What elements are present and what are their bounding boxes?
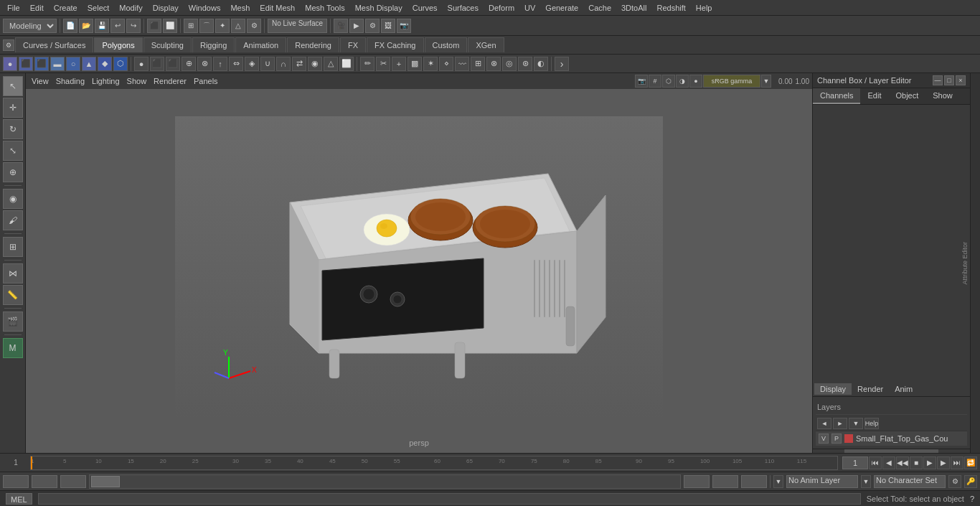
menu-select[interactable]: Select [83,2,114,14]
renderer-menu[interactable]: Renderer [151,77,189,85]
measure-tool[interactable]: 📏 [3,285,23,305]
shading-toggle[interactable]: ◑ [676,75,689,88]
plane-icon[interactable]: ▬ [50,57,65,71]
range-start-input[interactable]: 1 [3,475,29,488]
boolean-union-icon[interactable]: ∪ [260,57,275,71]
smooth-toggle[interactable]: ● [689,75,702,88]
shading-menu[interactable]: Shading [53,77,88,85]
scale-tool[interactable]: ⤡ [3,141,23,161]
tab-settings-icon[interactable]: ⚙ [3,39,14,51]
render-seq-icon[interactable]: ▶ [349,19,364,33]
tab-xgen[interactable]: XGen [468,37,504,52]
char-set-select[interactable]: No Character Set [874,475,946,488]
show-menu[interactable]: Show [124,77,150,85]
tab-polygons[interactable]: Polygons [94,37,142,52]
new-scene-icon[interactable]: 📄 [63,19,77,33]
snap-grid-icon[interactable]: ⊞ [184,19,198,33]
cube-icon[interactable]: ⬛ [19,57,33,71]
render-preview[interactable]: 🎬 [3,311,23,332]
grid-toggle[interactable]: # [649,75,661,88]
wireframe-toggle[interactable]: ⬡ [662,75,675,88]
subdiv-cyl-icon[interactable]: ⬛ [166,57,180,71]
tab-fx-caching[interactable]: FX Caching [367,37,423,52]
cb-maximize[interactable]: □ [944,75,954,85]
next-frame[interactable]: ▶ [937,456,950,469]
universal-manip[interactable]: ⊕ [3,162,23,182]
prism-icon[interactable]: ⬡ [113,57,128,71]
select-icon[interactable]: ⬛ [147,19,161,33]
open-icon[interactable]: 📂 [79,19,93,33]
tab-custom[interactable]: Custom [425,37,468,52]
cone-icon[interactable]: ▲ [82,57,96,71]
layer-visible[interactable]: V [819,434,829,444]
loop-btn[interactable]: 🔁 [964,456,977,469]
menu-deform[interactable]: Deform [484,2,519,14]
anim-layer-select[interactable]: No Anim Layer [786,475,858,488]
char-set-dropdown-arrow[interactable]: ▼ [861,475,871,488]
tab-curves-surfaces[interactable]: Curves / Surfaces [15,37,93,52]
tab-sculpting[interactable]: Sculpting [143,37,192,52]
extrude-icon[interactable]: ↑ [213,57,227,71]
undo-icon[interactable]: ↩ [110,19,125,33]
snap-together[interactable]: ⋈ [3,263,23,284]
sphere-icon[interactable]: ● [3,57,17,71]
panels-menu[interactable]: Panels [191,77,221,85]
separate-icon[interactable]: ⊗ [197,57,212,71]
menu-file[interactable]: File [3,2,24,14]
tab-rigging[interactable]: Rigging [192,37,235,52]
snap-point-icon[interactable]: ✦ [215,19,230,33]
lattice-icon[interactable]: ⊞ [471,57,485,71]
stop[interactable]: ■ [910,456,923,469]
tab-rendering[interactable]: Rendering [287,37,339,52]
bc-anim-btn[interactable]: 🔑 [964,475,977,488]
layer-arrow-right[interactable]: ► [833,418,847,429]
current-frame-input[interactable]: 1 [842,456,868,469]
render-view-icon[interactable]: 📷 [397,19,411,33]
channels-tab[interactable]: Channels [813,88,860,104]
menu-mesh-tools[interactable]: Mesh Tools [301,2,349,14]
boolean-diff-icon[interactable]: ∩ [276,57,291,71]
bc-settings-btn[interactable]: ⚙ [948,475,961,488]
shrinkwrap-icon[interactable]: ◎ [502,57,517,71]
tab-fx[interactable]: FX [340,37,366,52]
poke-icon[interactable]: ✶ [423,57,438,71]
view-menu[interactable]: View [29,77,52,85]
bevel-icon[interactable]: ◈ [245,57,259,71]
cut-icon[interactable]: ✂ [376,57,390,71]
anim-layer-dropdown-arrow[interactable]: ▼ [773,475,783,488]
menu-edit[interactable]: Edit [26,2,48,14]
render-settings-icon[interactable]: ⚙ [365,19,380,33]
tab-animation[interactable]: Animation [235,37,286,52]
menu-generate[interactable]: Generate [541,2,583,14]
field3-input[interactable]: 1 [60,475,86,488]
save-icon[interactable]: 💾 [95,19,109,33]
menu-surfaces[interactable]: Surfaces [443,2,483,14]
lighting-menu[interactable]: Lighting [89,77,123,85]
paint-icon[interactable]: ✏ [360,57,374,71]
quad-icon[interactable]: ⬜ [339,57,354,71]
cb-minimize[interactable]: — [933,75,943,85]
menu-mesh[interactable]: Mesh [226,2,254,14]
lasso-icon[interactable]: ⬜ [163,19,177,33]
fill-icon[interactable]: ▩ [407,57,422,71]
layer-arrow-down[interactable]: ▼ [849,418,863,429]
menu-edit-mesh[interactable]: Edit Mesh [255,2,299,14]
mode-selector[interactable]: Modeling [3,19,57,33]
deform-icon[interactable]: 〰 [455,57,469,71]
layer-help[interactable]: Help [864,418,879,429]
back-play[interactable]: ◀◀ [896,456,909,469]
menu-windows[interactable]: Windows [184,2,225,14]
max-end-input[interactable]: 200 [741,475,767,488]
rotate-tool[interactable]: ↻ [3,119,23,139]
wedge-icon[interactable]: ⋄ [439,57,453,71]
append-icon[interactable]: + [392,57,406,71]
field2-input[interactable]: 1 [32,475,57,488]
torus-icon[interactable]: ○ [66,57,80,71]
menu-help[interactable]: Help [692,2,717,14]
more-icon[interactable]: › [555,57,569,71]
gamma-dropdown[interactable]: ▼ [761,75,771,88]
no-live-surface-btn[interactable]: No Live Surface [268,19,327,33]
soft-select[interactable]: ◉ [3,189,23,209]
menu-create[interactable]: Create [50,2,82,14]
subdiv-cube-icon[interactable]: ⬛ [150,57,164,71]
